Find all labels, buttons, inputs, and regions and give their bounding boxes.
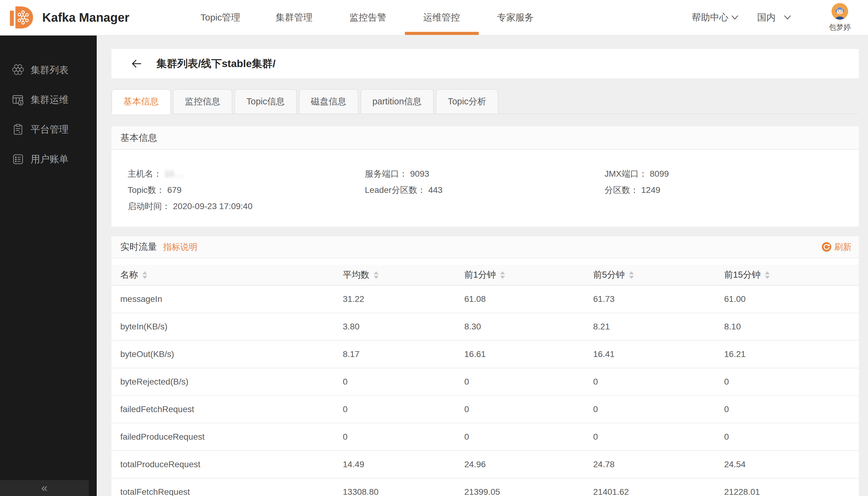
sidebar-item-label: 集群运维	[31, 93, 68, 106]
nav-ops-control[interactable]: 运维管控	[405, 0, 479, 35]
sidebar-item-label: 集群列表	[31, 64, 68, 77]
realtime-flow-header: 实时流量 指标说明 刷新	[111, 236, 859, 258]
basic-info-body: 主机名：10.... 服务端口：9093 JMX端口：8099 Topic数：6…	[111, 150, 859, 227]
basic-info-card: 基本信息 主机名：10.... 服务端口：9093 JMX端口：8099 Top…	[111, 126, 859, 227]
column-header-average[interactable]: 平均数	[343, 269, 464, 281]
refresh-button[interactable]: 刷新	[822, 241, 851, 253]
column-header-last-1min[interactable]: 前1分钟	[464, 269, 593, 281]
sidebar-collapse-button[interactable]: «	[0, 480, 89, 496]
basic-info-card-header: 基本信息	[111, 126, 859, 150]
realtime-flow-table: 名称 平均数 前1分钟 前5分钟	[111, 265, 859, 496]
tab-partition-info[interactable]: partition信息	[361, 89, 434, 114]
user-bill-icon	[12, 153, 25, 166]
nav-topic-management[interactable]: Topic管理	[184, 0, 257, 35]
hostname-value: 10....	[164, 169, 183, 179]
tab-basic-info[interactable]: 基本信息	[111, 89, 171, 114]
cluster-ops-icon: $	[12, 93, 25, 106]
column-header-last-5min[interactable]: 前5分钟	[593, 269, 724, 281]
main-content: 集群列表/线下stable集群/ 基本信息 监控信息 Topic信息 磁盘信息 …	[97, 35, 868, 496]
table-row: messageIn 31.22 61.08 61.73 61.00	[111, 286, 859, 313]
breadcrumb: 集群列表/线下stable集群/	[156, 57, 275, 71]
back-arrow-icon[interactable]	[131, 59, 142, 68]
detail-tabs: 基本信息 监控信息 Topic信息 磁盘信息 partition信息 Topic…	[111, 89, 859, 114]
sort-icon[interactable]	[765, 271, 770, 279]
chevron-down-icon	[784, 15, 791, 20]
sidebar-item-label: 平台管理	[31, 123, 68, 136]
table-row: totalProduceRequest 14.49 24.96 24.78 24…	[111, 451, 859, 479]
table-row: failedProduceRequest 0 0 0 0	[111, 423, 859, 451]
tab-disk-info[interactable]: 磁盘信息	[299, 89, 358, 114]
nav-expert-service[interactable]: 专家服务	[479, 0, 552, 35]
region-label: 国内	[757, 11, 776, 24]
refresh-icon	[822, 242, 831, 252]
field-jmx-port: JMX端口：8099	[604, 166, 859, 182]
cluster-list-icon	[12, 64, 25, 77]
table-row: totalFetchRequest 13308.80 21399.05 2140…	[111, 479, 859, 496]
tab-monitor-info[interactable]: 监控信息	[173, 89, 232, 114]
sidebar-item-cluster-list[interactable]: 集群列表	[0, 55, 97, 85]
field-partition-count: 分区数：1249	[604, 182, 859, 198]
column-header-name[interactable]: 名称	[111, 269, 343, 281]
region-dropdown[interactable]: 国内	[757, 11, 791, 24]
tab-topic-analysis[interactable]: Topic分析	[436, 89, 498, 114]
help-center-label: 帮助中心	[692, 11, 728, 24]
field-leader-partition-count: Leader分区数：443	[365, 182, 604, 198]
realtime-flow-card: 实时流量 指标说明 刷新 名称	[111, 236, 859, 496]
table-row: failedFetchRequest 0 0 0 0	[111, 396, 859, 423]
avatar	[831, 3, 848, 20]
tab-topic-info[interactable]: Topic信息	[234, 89, 297, 114]
sidebar-item-user-bill[interactable]: 用户账单	[0, 144, 97, 174]
field-start-time: 启动时间：2020-09-23 17:09:40	[128, 198, 365, 214]
page-header-card: 集群列表/线下stable集群/	[111, 49, 859, 78]
user-menu[interactable]: 包梦婷	[829, 3, 851, 32]
sort-icon[interactable]	[500, 271, 505, 279]
svg-text:$: $	[20, 101, 22, 104]
platform-manage-icon	[12, 123, 25, 136]
sidebar: 集群列表 $ 集群运维	[0, 35, 97, 496]
nav-cluster-management[interactable]: 集群管理	[257, 0, 331, 35]
kafka-manager-app: Kafka Manager Topic管理 集群管理 监控告警 运维管控 专家服…	[0, 0, 868, 496]
table-row: byteRejected(B/s) 0 0 0 0	[111, 368, 859, 396]
sidebar-item-platform-manage[interactable]: 平台管理	[0, 114, 97, 144]
username: 包梦婷	[829, 22, 851, 32]
sort-icon[interactable]	[374, 271, 379, 279]
table-row: byteIn(KB/s) 3.80 8.30 8.21 8.10	[111, 313, 859, 341]
sort-icon[interactable]	[629, 271, 634, 279]
table-header-row: 名称 平均数 前1分钟 前5分钟	[111, 265, 859, 286]
field-hostname: 主机名：10....	[128, 166, 365, 182]
sort-icon[interactable]	[142, 271, 147, 279]
column-header-last-15min[interactable]: 前15分钟	[724, 269, 859, 281]
header-right: 帮助中心 国内	[692, 3, 868, 32]
sidebar-item-cluster-ops[interactable]: $ 集群运维	[0, 85, 97, 114]
help-center-dropdown[interactable]: 帮助中心	[692, 11, 739, 24]
chevron-down-icon	[731, 15, 739, 20]
refresh-label: 刷新	[834, 241, 851, 253]
field-topic-count: Topic数：679	[128, 182, 365, 198]
app-title: Kafka Manager	[42, 11, 129, 25]
top-nav: Topic管理 集群管理 监控告警 运维管控 专家服务	[184, 0, 552, 35]
table-row: byteOut(KB/s) 8.17 16.61 16.41 16.21	[111, 341, 859, 368]
metric-description-link[interactable]: 指标说明	[163, 241, 198, 253]
field-service-port: 服务端口：9093	[365, 166, 604, 182]
top-header: Kafka Manager Topic管理 集群管理 监控告警 运维管控 专家服…	[0, 0, 868, 35]
sidebar-item-label: 用户账单	[31, 153, 68, 166]
nav-monitor-alert[interactable]: 监控告警	[331, 0, 405, 35]
kafka-manager-logo-icon	[9, 4, 35, 31]
basic-info-title: 基本信息	[120, 131, 157, 144]
realtime-flow-title: 实时流量	[120, 241, 157, 253]
